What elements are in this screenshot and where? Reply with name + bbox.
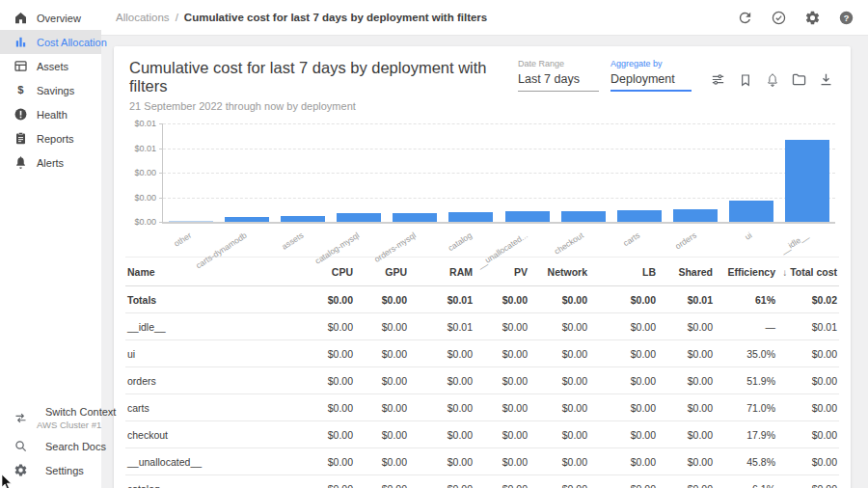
cell-total-cost: $0.02 bbox=[777, 286, 839, 313]
cell-efficiency: 17.9% bbox=[715, 421, 777, 448]
svg-text:?: ? bbox=[843, 13, 849, 22]
cell-cpu: $0.00 bbox=[285, 313, 355, 340]
date-range-value[interactable]: Last 7 days bbox=[518, 68, 599, 92]
cell-name: orders bbox=[125, 367, 285, 394]
table-row-catalog[interactable]: catalog$0.00$0.00$0.00$0.00$0.00$0.00$0.… bbox=[125, 475, 839, 488]
table-row-checkout[interactable]: checkout$0.00$0.00$0.00$0.00$0.00$0.00$0… bbox=[125, 421, 839, 448]
column-header-ram[interactable]: RAM bbox=[409, 258, 475, 286]
tune-icon[interactable] bbox=[709, 70, 727, 89]
cell-name: __idle__ bbox=[125, 313, 285, 340]
sort-desc-icon: ↓ bbox=[782, 267, 787, 278]
breadcrumb-section[interactable]: Allocations bbox=[116, 12, 170, 23]
help-icon[interactable]: ? bbox=[837, 9, 854, 26]
cell-cpu: $0.00 bbox=[285, 475, 355, 488]
bar-carts[interactable] bbox=[617, 210, 662, 222]
cell-gpu: $0.00 bbox=[355, 313, 409, 340]
table-row-carts[interactable]: carts$0.00$0.00$0.00$0.00$0.00$0.00$0.00… bbox=[125, 394, 839, 421]
sidebar-item-label: Alerts bbox=[37, 157, 64, 169]
cell-gpu: $0.00 bbox=[355, 394, 409, 421]
column-header-efficiency[interactable]: Efficiency bbox=[715, 258, 777, 286]
check-circle-icon[interactable] bbox=[770, 9, 787, 26]
bar-chart-icon bbox=[13, 35, 28, 50]
chart-bars bbox=[163, 123, 835, 222]
cell-total-cost: $0.00 bbox=[777, 448, 839, 475]
y-tick-mark bbox=[159, 123, 163, 124]
sidebar-item-overview[interactable]: Overview bbox=[0, 6, 101, 30]
table-row-__unallocated__[interactable]: __unallocated__$0.00$0.00$0.00$0.00$0.00… bbox=[125, 448, 839, 475]
cell-total-cost: $0.00 bbox=[777, 367, 839, 394]
table-row-ui[interactable]: ui$0.00$0.00$0.00$0.00$0.00$0.00$0.0035.… bbox=[125, 340, 839, 367]
cell-gpu: $0.00 bbox=[355, 367, 409, 394]
cell-network: $0.00 bbox=[529, 340, 589, 367]
cell-cpu: $0.00 bbox=[285, 448, 355, 475]
sidebar-item-label: Health bbox=[37, 109, 68, 121]
x-tick-label: ui bbox=[744, 230, 754, 242]
cell-shared: $0.00 bbox=[658, 394, 715, 421]
cell-efficiency: 61% bbox=[715, 286, 777, 313]
cell-total-cost: $0.00 bbox=[777, 475, 839, 488]
cell-name: checkout bbox=[125, 421, 285, 448]
bar-checkout[interactable] bbox=[561, 211, 606, 222]
table-row-__idle__[interactable]: __idle__$0.00$0.00$0.01$0.00$0.00$0.00$0… bbox=[125, 313, 839, 340]
cell-network: $0.00 bbox=[529, 448, 589, 475]
sidebar-item-cost-allocation[interactable]: Cost Allocation bbox=[0, 30, 101, 54]
bookmark-icon[interactable] bbox=[736, 70, 754, 89]
folder-icon[interactable] bbox=[790, 70, 808, 89]
cell-ram: $0.00 bbox=[409, 448, 475, 475]
table-row-orders[interactable]: orders$0.00$0.00$0.00$0.00$0.00$0.00$0.0… bbox=[125, 367, 839, 394]
y-tick-label: $0.01 bbox=[134, 144, 156, 153]
cell-shared: $0.00 bbox=[658, 448, 715, 475]
sidebar-item-switch-context[interactable]: Switch ContextAWS Cluster #1 bbox=[0, 401, 101, 434]
sidebar-item-health[interactable]: Health bbox=[0, 102, 101, 126]
report-card: Cumulative cost for last 7 days by deplo… bbox=[114, 46, 851, 488]
cell-pv: $0.00 bbox=[475, 367, 529, 394]
sidebar-item-settings[interactable]: Settings bbox=[0, 458, 101, 482]
cell-name: catalog bbox=[125, 475, 285, 488]
sidebar-item-search-docs[interactable]: Search Docs bbox=[0, 434, 101, 458]
cell-efficiency: 51.9% bbox=[715, 367, 777, 394]
gear-icon[interactable] bbox=[803, 9, 821, 26]
sidebar-item-alerts[interactable]: Alerts bbox=[0, 150, 101, 175]
download-icon[interactable] bbox=[817, 70, 835, 89]
bar-catalog-mysql[interactable] bbox=[337, 213, 381, 222]
column-header-network[interactable]: Network bbox=[529, 258, 589, 286]
chart-y-axis: $0.00$0.00$0.00$0.01$0.01 bbox=[125, 123, 162, 222]
aggregate-by-select[interactable]: Aggregate by Deployment bbox=[610, 59, 692, 92]
column-header-shared[interactable]: Shared bbox=[658, 258, 715, 286]
column-header-lb[interactable]: LB bbox=[589, 258, 658, 286]
cell-ram: $0.00 bbox=[409, 340, 475, 367]
sidebar-item-savings[interactable]: $ Savings bbox=[0, 78, 101, 102]
x-tick-label: __idle__ bbox=[778, 230, 809, 256]
cell-efficiency: 45.8% bbox=[715, 448, 777, 475]
sidebar-item-assets[interactable]: Assets bbox=[0, 54, 101, 78]
date-range-label: Date Range bbox=[518, 59, 599, 68]
report-title-block: Cumulative cost for last 7 days by deplo… bbox=[129, 59, 518, 112]
sidebar-item-reports[interactable]: Reports bbox=[0, 126, 101, 150]
bar-__idle__[interactable] bbox=[785, 140, 829, 222]
cell-pv: $0.00 bbox=[475, 286, 529, 313]
cell-lb: $0.00 bbox=[589, 475, 658, 488]
aggregate-by-value[interactable]: Deployment bbox=[610, 68, 692, 92]
sidebar-bottom: Switch ContextAWS Cluster #1 Search Docs… bbox=[0, 401, 101, 488]
bell-icon[interactable] bbox=[763, 70, 781, 89]
cell-lb: $0.00 bbox=[589, 448, 658, 475]
y-tick-label: $0.01 bbox=[134, 119, 156, 128]
y-tick-label: $0.00 bbox=[134, 168, 156, 177]
bar-orders[interactable] bbox=[673, 209, 718, 222]
column-header-total-cost[interactable]: ↓Total cost bbox=[777, 258, 839, 286]
bar-orders-mysql[interactable] bbox=[393, 213, 437, 222]
bar-catalog[interactable] bbox=[448, 212, 493, 222]
breadcrumb-page: Cumulative cost for last 7 days by deplo… bbox=[184, 12, 487, 23]
date-range-select[interactable]: Date Range Last 7 days bbox=[518, 59, 599, 92]
table-row-totals[interactable]: Totals$0.00$0.00$0.01$0.00$0.00$0.00$0.0… bbox=[125, 286, 839, 313]
aggregate-by-label: Aggregate by bbox=[610, 59, 692, 68]
allocation-table: NameCPUGPURAMPVNetworkLBSharedEfficiency… bbox=[125, 257, 839, 488]
cell-pv: $0.00 bbox=[475, 394, 529, 421]
cell-efficiency: 6.1% bbox=[715, 475, 777, 488]
bar-ui[interactable] bbox=[729, 201, 773, 222]
cell-network: $0.00 bbox=[529, 475, 589, 488]
sidebar-item-label: Switch Context bbox=[45, 406, 116, 418]
bar-__unallocated__[interactable] bbox=[505, 211, 550, 222]
refresh-icon[interactable] bbox=[736, 9, 753, 26]
cell-ram: $0.00 bbox=[409, 475, 475, 488]
